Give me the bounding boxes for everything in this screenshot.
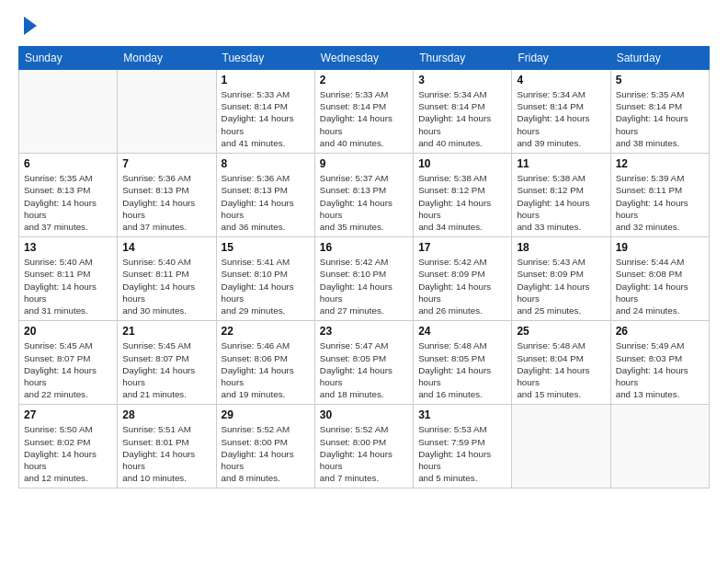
day-number: 29 xyxy=(222,408,310,421)
weekday-header-friday: Friday xyxy=(512,47,610,70)
day-number: 19 xyxy=(616,241,704,254)
calendar-table: SundayMondayTuesdayWednesdayThursdayFrid… xyxy=(18,46,710,488)
weekday-header-thursday: Thursday xyxy=(414,47,512,70)
day-number: 28 xyxy=(122,408,210,421)
day-number: 23 xyxy=(320,325,408,338)
day-info: Sunrise: 5:41 AM Sunset: 8:10 PM Dayligh… xyxy=(222,256,310,316)
day-number: 17 xyxy=(418,241,506,254)
day-number: 16 xyxy=(320,241,408,254)
calendar-week-3: 13Sunrise: 5:40 AM Sunset: 8:11 PM Dayli… xyxy=(19,237,710,321)
day-number: 7 xyxy=(122,157,210,170)
calendar-cell: 5Sunrise: 5:35 AM Sunset: 8:14 PM Daylig… xyxy=(610,70,709,154)
calendar-cell: 24Sunrise: 5:48 AM Sunset: 8:05 PM Dayli… xyxy=(414,321,512,405)
weekday-header-sunday: Sunday xyxy=(19,47,118,70)
day-number: 2 xyxy=(320,74,408,86)
day-number: 18 xyxy=(517,241,605,254)
calendar-cell: 7Sunrise: 5:36 AM Sunset: 8:13 PM Daylig… xyxy=(118,154,216,237)
day-info: Sunrise: 5:52 AM Sunset: 8:00 PM Dayligh… xyxy=(222,423,310,484)
calendar-cell: 11Sunrise: 5:38 AM Sunset: 8:12 PM Dayli… xyxy=(512,154,610,237)
day-info: Sunrise: 5:40 AM Sunset: 8:11 PM Dayligh… xyxy=(122,256,210,316)
calendar-cell: 31Sunrise: 5:53 AM Sunset: 7:59 PM Dayli… xyxy=(414,405,512,488)
header xyxy=(18,15,710,35)
day-info: Sunrise: 5:45 AM Sunset: 8:07 PM Dayligh… xyxy=(24,339,112,400)
calendar-cell: 29Sunrise: 5:52 AM Sunset: 8:00 PM Dayli… xyxy=(216,405,314,488)
calendar-cell: 9Sunrise: 5:37 AM Sunset: 8:13 PM Daylig… xyxy=(314,154,413,237)
day-number: 4 xyxy=(517,74,605,86)
day-number: 31 xyxy=(418,408,506,421)
calendar-cell: 12Sunrise: 5:39 AM Sunset: 8:11 PM Dayli… xyxy=(610,154,709,237)
day-info: Sunrise: 5:46 AM Sunset: 8:06 PM Dayligh… xyxy=(222,339,310,400)
calendar-week-1: 1Sunrise: 5:33 AM Sunset: 8:14 PM Daylig… xyxy=(19,70,710,154)
day-number: 13 xyxy=(24,241,112,254)
day-info: Sunrise: 5:44 AM Sunset: 8:08 PM Dayligh… xyxy=(616,256,704,316)
calendar-cell xyxy=(512,405,610,488)
day-info: Sunrise: 5:36 AM Sunset: 8:13 PM Dayligh… xyxy=(222,172,310,233)
day-info: Sunrise: 5:33 AM Sunset: 8:14 PM Dayligh… xyxy=(222,88,310,149)
day-info: Sunrise: 5:45 AM Sunset: 8:07 PM Dayligh… xyxy=(122,339,210,400)
weekday-header-monday: Monday xyxy=(118,47,216,70)
day-number: 27 xyxy=(24,408,112,421)
calendar-cell xyxy=(610,405,709,488)
day-number: 21 xyxy=(122,325,210,338)
day-info: Sunrise: 5:48 AM Sunset: 8:04 PM Dayligh… xyxy=(517,339,605,400)
day-info: Sunrise: 5:42 AM Sunset: 8:10 PM Dayligh… xyxy=(320,256,408,316)
calendar-cell: 20Sunrise: 5:45 AM Sunset: 8:07 PM Dayli… xyxy=(19,321,118,405)
calendar-cell: 6Sunrise: 5:35 AM Sunset: 8:13 PM Daylig… xyxy=(19,154,118,237)
calendar-week-4: 20Sunrise: 5:45 AM Sunset: 8:07 PM Dayli… xyxy=(19,321,710,405)
calendar-cell: 30Sunrise: 5:52 AM Sunset: 8:00 PM Dayli… xyxy=(314,405,413,488)
logo-arrow-icon xyxy=(24,17,37,35)
day-number: 11 xyxy=(517,157,605,170)
day-number: 6 xyxy=(24,157,112,170)
day-number: 20 xyxy=(24,325,112,338)
calendar-cell: 8Sunrise: 5:36 AM Sunset: 8:13 PM Daylig… xyxy=(216,154,314,237)
day-info: Sunrise: 5:53 AM Sunset: 7:59 PM Dayligh… xyxy=(418,423,506,484)
day-info: Sunrise: 5:38 AM Sunset: 8:12 PM Dayligh… xyxy=(418,172,506,233)
day-info: Sunrise: 5:48 AM Sunset: 8:05 PM Dayligh… xyxy=(418,339,506,400)
day-info: Sunrise: 5:51 AM Sunset: 8:01 PM Dayligh… xyxy=(122,423,210,484)
calendar-cell: 16Sunrise: 5:42 AM Sunset: 8:10 PM Dayli… xyxy=(314,237,413,321)
page: SundayMondayTuesdayWednesdayThursdayFrid… xyxy=(0,0,728,498)
weekday-header-row: SundayMondayTuesdayWednesdayThursdayFrid… xyxy=(19,47,710,70)
day-info: Sunrise: 5:43 AM Sunset: 8:09 PM Dayligh… xyxy=(517,256,605,316)
day-number: 15 xyxy=(222,241,310,254)
calendar-cell: 3Sunrise: 5:34 AM Sunset: 8:14 PM Daylig… xyxy=(414,70,512,154)
day-number: 9 xyxy=(320,157,408,170)
logo xyxy=(18,15,37,35)
calendar-cell: 15Sunrise: 5:41 AM Sunset: 8:10 PM Dayli… xyxy=(216,237,314,321)
day-number: 8 xyxy=(222,157,310,170)
calendar-cell: 17Sunrise: 5:42 AM Sunset: 8:09 PM Dayli… xyxy=(414,237,512,321)
day-number: 25 xyxy=(517,325,605,338)
calendar-cell: 4Sunrise: 5:34 AM Sunset: 8:14 PM Daylig… xyxy=(512,70,610,154)
day-info: Sunrise: 5:42 AM Sunset: 8:09 PM Dayligh… xyxy=(418,256,506,316)
calendar-week-2: 6Sunrise: 5:35 AM Sunset: 8:13 PM Daylig… xyxy=(19,154,710,237)
calendar-cell: 27Sunrise: 5:50 AM Sunset: 8:02 PM Dayli… xyxy=(19,405,118,488)
weekday-header-saturday: Saturday xyxy=(610,47,709,70)
day-info: Sunrise: 5:33 AM Sunset: 8:14 PM Dayligh… xyxy=(320,88,408,149)
calendar-cell: 13Sunrise: 5:40 AM Sunset: 8:11 PM Dayli… xyxy=(19,237,118,321)
day-number: 30 xyxy=(320,408,408,421)
day-info: Sunrise: 5:35 AM Sunset: 8:13 PM Dayligh… xyxy=(24,172,112,233)
day-info: Sunrise: 5:49 AM Sunset: 8:03 PM Dayligh… xyxy=(616,339,704,400)
weekday-header-wednesday: Wednesday xyxy=(314,47,413,70)
day-info: Sunrise: 5:37 AM Sunset: 8:13 PM Dayligh… xyxy=(320,172,408,233)
day-number: 1 xyxy=(222,74,310,86)
day-info: Sunrise: 5:35 AM Sunset: 8:14 PM Dayligh… xyxy=(616,88,704,149)
calendar-cell: 19Sunrise: 5:44 AM Sunset: 8:08 PM Dayli… xyxy=(610,237,709,321)
day-number: 24 xyxy=(418,325,506,338)
day-info: Sunrise: 5:47 AM Sunset: 8:05 PM Dayligh… xyxy=(320,339,408,400)
day-number: 14 xyxy=(122,241,210,254)
calendar-cell: 2Sunrise: 5:33 AM Sunset: 8:14 PM Daylig… xyxy=(314,70,413,154)
calendar-week-5: 27Sunrise: 5:50 AM Sunset: 8:02 PM Dayli… xyxy=(19,405,710,488)
calendar-cell: 22Sunrise: 5:46 AM Sunset: 8:06 PM Dayli… xyxy=(216,321,314,405)
calendar-cell: 28Sunrise: 5:51 AM Sunset: 8:01 PM Dayli… xyxy=(118,405,216,488)
day-number: 12 xyxy=(616,157,704,170)
day-info: Sunrise: 5:52 AM Sunset: 8:00 PM Dayligh… xyxy=(320,423,408,484)
calendar-cell: 18Sunrise: 5:43 AM Sunset: 8:09 PM Dayli… xyxy=(512,237,610,321)
calendar-cell: 21Sunrise: 5:45 AM Sunset: 8:07 PM Dayli… xyxy=(118,321,216,405)
day-info: Sunrise: 5:34 AM Sunset: 8:14 PM Dayligh… xyxy=(517,88,605,149)
day-number: 22 xyxy=(222,325,310,338)
calendar-cell: 10Sunrise: 5:38 AM Sunset: 8:12 PM Dayli… xyxy=(414,154,512,237)
day-info: Sunrise: 5:40 AM Sunset: 8:11 PM Dayligh… xyxy=(24,256,112,316)
calendar-cell xyxy=(118,70,216,154)
calendar-cell: 14Sunrise: 5:40 AM Sunset: 8:11 PM Dayli… xyxy=(118,237,216,321)
